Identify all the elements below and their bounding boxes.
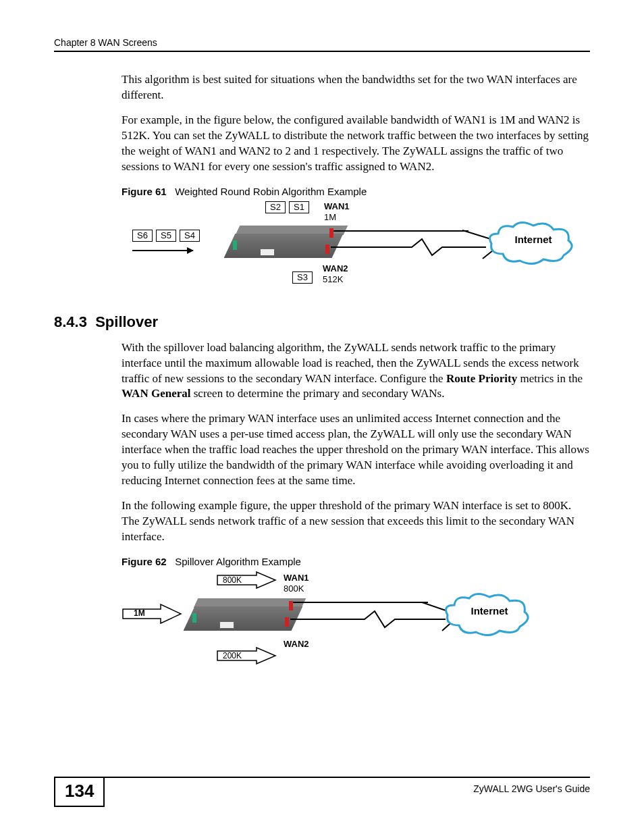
guide-title: ZyWALL 2WG User's Guide bbox=[473, 778, 590, 794]
session-box: S5 bbox=[156, 230, 176, 242]
internet-label: Internet bbox=[514, 234, 552, 245]
session-box: S2 bbox=[265, 201, 286, 213]
internet-label: Internet bbox=[471, 605, 508, 617]
session-box: S4 bbox=[180, 230, 200, 242]
session-box: S3 bbox=[292, 271, 313, 284]
figure-title: Spillover Algorithm Example bbox=[175, 556, 301, 567]
wan2-label: WAN2 bbox=[323, 263, 348, 273]
section-title: Spillover bbox=[95, 313, 158, 330]
figure-62-diagram: 800K WAN1 800K 1M bbox=[122, 571, 560, 673]
page-number: 134 bbox=[54, 778, 105, 807]
internet-cloud: Internet bbox=[456, 605, 523, 617]
figure-61-diagram: S2 S1 WAN1 1M S6 S5 S4 bbox=[122, 201, 560, 296]
router-slot-icon bbox=[260, 249, 275, 256]
port-icon bbox=[325, 244, 329, 254]
paragraph: This algorithm is best suited for situat… bbox=[122, 72, 590, 103]
paragraph: In the following example figure, the upp… bbox=[122, 498, 590, 545]
wan2-label: WAN2 bbox=[284, 639, 309, 649]
session-box: S6 bbox=[132, 230, 153, 242]
figure-label: Figure 61 bbox=[122, 186, 167, 197]
internet-cloud: Internet bbox=[500, 234, 567, 245]
chapter-label: Chapter 8 WAN Screens bbox=[54, 37, 157, 48]
paragraph: For example, in the figure below, the co… bbox=[122, 113, 590, 175]
session-box: S1 bbox=[289, 201, 309, 213]
page-footer: 134 ZyWALL 2WG User's Guide bbox=[54, 777, 590, 807]
figure-caption: Figure 62 Spillover Algorithm Example bbox=[122, 556, 590, 567]
paragraph: In cases where the primary WAN interface… bbox=[122, 411, 590, 489]
wan1-bandwidth: 1M bbox=[324, 212, 336, 222]
arrow-icon bbox=[132, 250, 193, 251]
section-number: 8.4.3 bbox=[54, 313, 87, 330]
section-heading: 8.4.3 Spillover bbox=[54, 313, 590, 331]
port-icon bbox=[233, 240, 237, 250]
wan1-label: WAN1 bbox=[324, 201, 350, 211]
figure-caption: Figure 61 Weighted Round Robin Algorithm… bbox=[122, 186, 590, 197]
page-header: Chapter 8 WAN Screens bbox=[54, 37, 590, 52]
figure-label: Figure 62 bbox=[122, 556, 167, 567]
bandwidth-label: 800K bbox=[223, 575, 242, 585]
bandwidth-label: 200K bbox=[223, 651, 242, 660]
port-icon bbox=[285, 617, 289, 627]
router-slot-icon bbox=[219, 621, 234, 629]
figure-title: Weighted Round Robin Algorithm Example bbox=[175, 186, 367, 197]
paragraph: With the spillover load balancing algori… bbox=[122, 340, 590, 402]
bandwidth-label: 1M bbox=[134, 608, 145, 618]
page-content: This algorithm is best suited for situat… bbox=[54, 72, 590, 763]
port-icon bbox=[192, 613, 196, 623]
wan1-label: WAN1 bbox=[284, 573, 309, 583]
wan1-bandwidth: 800K bbox=[284, 583, 304, 594]
wan2-bandwidth: 512K bbox=[323, 274, 343, 284]
